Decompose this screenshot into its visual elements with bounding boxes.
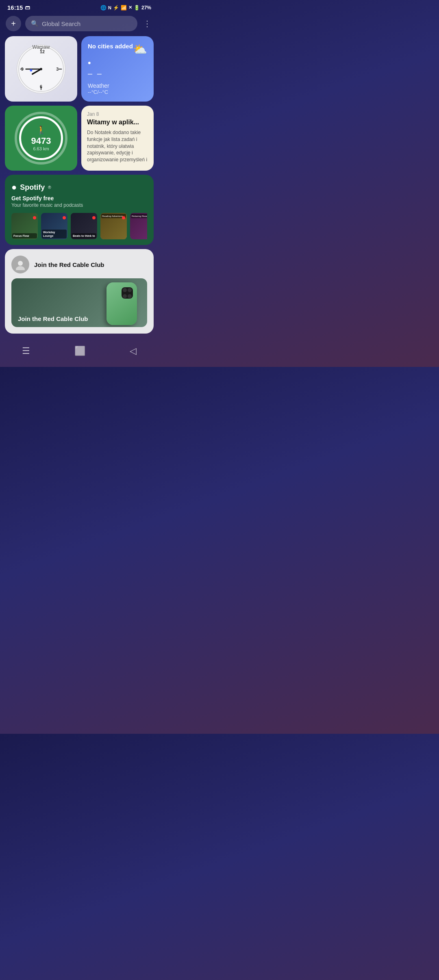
status-bar: 16:15 🗃 🌐 N ⚡ 📶 ✕ 🔋 27% [0,0,159,13]
more-options-button[interactable]: ⋮ [141,17,153,30]
battery-percent: 27% [141,5,151,11]
notes-body: Do Notatek dodano takie funkcje jak list… [87,129,148,163]
status-left: 16:15 🗃 [7,4,30,11]
notes-title: Witamy w aplik... [87,119,148,126]
widget-grid-top: 12 3 6 9 Warsaw No cities added ⛅ • – – … [0,36,159,175]
camera-lens-4 [128,294,132,298]
rcc-avatar-icon [11,256,29,273]
playlist-item-beats[interactable]: Beats to think to [71,213,97,239]
svg-text:6: 6 [40,84,42,89]
clock-city: Warsaw [5,44,77,50]
playlist-label-workday: Workday Lounge [43,231,55,237]
playlist-row: Focus Flow Workday Lounge [11,213,147,239]
weather-dashes: – – [88,69,147,78]
fitness-ring-outer: 🚶 9473 6.63 km [15,112,67,165]
clock-widget[interactable]: 12 3 6 9 Warsaw [5,36,77,102]
playlist-item-reading[interactable]: Reading Adventure [100,213,127,239]
playlist-thumb-reading: Reading Adventure [100,213,127,239]
search-row: + 🔍 Global Search ⋮ [0,13,159,36]
rcc-header: Join the Red Cable Club [11,256,147,273]
notes-widget[interactable]: Jan 8 Witamy w aplik... Do Notatek dodan… [81,106,154,171]
spotify-header: ● Spotify ® [11,182,147,193]
globe-icon: 🌐 [100,5,106,11]
svg-point-12 [30,69,32,72]
rcc-banner-text: Join the Red Cable Club [18,315,88,322]
spotify-registered: ® [48,185,51,190]
playlist-label-reading-top: Reading Adventure [102,215,123,217]
spotify-brand-label: Spotify [20,183,45,192]
playlist-item-focus-flow[interactable]: Focus Flow [11,213,38,239]
nav-home-button[interactable]: ⬜ [66,343,93,359]
red-cable-club-widget[interactable]: Join the Red Cable Club Join the Red Cab… [5,249,154,334]
weather-temp: --°C/--°C [88,89,147,95]
spotify-subtitle: Your favorite music and podcasts [11,202,147,208]
svg-text:9: 9 [21,66,24,71]
svg-point-11 [40,68,42,70]
playlist-label-beats: Beats to think to [73,234,95,237]
playlist-thumb-focus: Focus Flow [11,213,38,239]
bt-icon: ⚡ [113,5,119,11]
search-placeholder: Global Search [42,20,80,27]
wifi-icon: 📶 [121,5,127,11]
clock-face: 12 3 6 9 [17,45,65,93]
search-icon: 🔍 [31,20,39,27]
weather-widget[interactable]: No cities added ⛅ • – – Weather --°C/--°… [81,36,154,102]
rcc-banner: Join the Red Cable Club [11,278,147,327]
phone-camera-module [122,287,133,299]
playlist-label-relaxing-top: Relaxing Reading [132,215,147,217]
nav-menu-button[interactable]: ☰ [14,343,38,359]
bottom-nav: ☰ ⬜ ◁ [0,338,159,367]
weather-dot: • [88,58,147,68]
add-widget-button[interactable]: + [6,16,21,31]
distance-label: 6.63 km [33,146,49,151]
rcc-title: Join the Red Cable Club [34,261,104,268]
walk-icon: 🚶 [36,125,46,135]
weather-top: No cities added ⛅ [88,43,147,56]
time-display: 16:15 [7,4,23,11]
weather-label: Weather [88,82,147,89]
svg-point-13 [18,261,23,266]
weather-cloud-icon: ⛅ [133,43,147,56]
battery-icon: 🔋 [134,5,140,11]
playlist-item-workday[interactable]: Workday Lounge [41,213,67,239]
x-icon: ✕ [128,5,132,10]
camera-lens-3 [123,294,127,298]
spotify-logo-icon: ● [11,182,17,193]
rcc-phone-image [106,282,143,327]
playlist-label-focus: Focus Flow [13,234,29,237]
spotify-tagline: Get Spotify free [11,195,147,202]
svg-text:3: 3 [56,66,59,71]
global-search-bar[interactable]: 🔍 Global Search [25,16,137,31]
nfc-icon: N [108,5,111,10]
playlist-thumb-beats: Beats to think to [71,213,97,239]
spotify-widget[interactable]: ● Spotify ® Get Spotify free Your favori… [5,175,154,245]
playlist-thumb-workday: Workday Lounge [41,213,67,239]
fitness-widget[interactable]: 🚶 9473 6.63 km [5,106,77,171]
no-cities-label: No cities added [88,43,133,50]
camera-lens-1 [123,288,127,292]
nav-back-button[interactable]: ◁ [122,343,145,359]
step-count: 9473 [31,136,51,146]
playlist-thumb-relaxing: Relaxing Reading [130,213,147,239]
sim-icon: 🗃 [25,4,30,11]
playlist-item-relaxing[interactable]: Relaxing Reading [130,213,147,239]
fitness-ring-inner: 🚶 9473 6.63 km [19,116,63,160]
svg-point-14 [16,266,25,270]
camera-lens-2 [128,288,132,292]
notes-date: Jan 8 [87,111,148,117]
status-right: 🌐 N ⚡ 📶 ✕ 🔋 27% [100,5,151,11]
